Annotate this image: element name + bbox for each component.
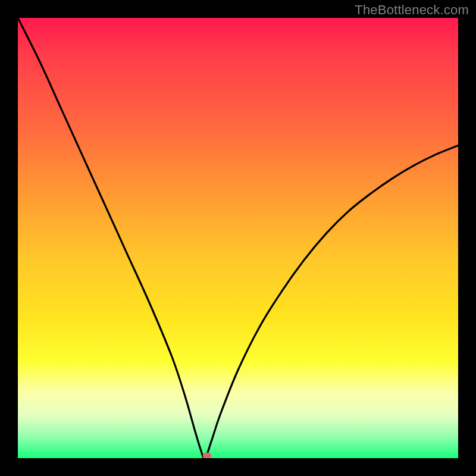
optimal-marker [203, 453, 212, 458]
bottleneck-curve-path [18, 18, 458, 458]
plot-area [18, 18, 458, 458]
watermark-text: TheBottleneck.com [355, 2, 469, 18]
curve-svg [18, 18, 458, 458]
chart-frame: TheBottleneck.com [0, 0, 476, 476]
